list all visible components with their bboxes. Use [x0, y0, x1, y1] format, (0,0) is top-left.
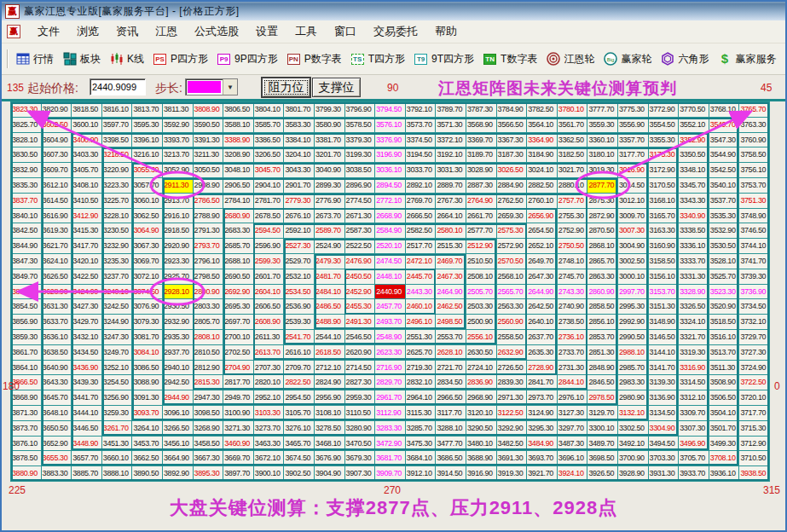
grid-cell[interactable]: 3578.50 [345, 118, 375, 132]
grid-cell[interactable]: 3595.30 [132, 118, 162, 132]
grid-cell[interactable]: 2599.30 [254, 254, 284, 269]
grid-cell[interactable]: 2587.30 [345, 223, 375, 238]
grid-cell[interactable]: 3638.50 [42, 345, 72, 360]
grid-cell[interactable]: 2692.90 [223, 285, 253, 299]
grid-cell[interactable]: 3060.10 [132, 194, 162, 208]
grid-cell[interactable]: 2824.90 [315, 375, 344, 390]
grid-cell[interactable]: 3849.70 [11, 269, 41, 284]
grid-cell[interactable]: 2827.30 [345, 375, 375, 390]
combobox-dropdown-button[interactable]: ▼ [223, 79, 237, 95]
grid-cell[interactable]: 2448.10 [375, 269, 405, 284]
grid-cell[interactable]: 2690.50 [223, 269, 253, 284]
grid-cell[interactable]: 2455.30 [345, 299, 375, 314]
grid-cell[interactable]: 2515.30 [436, 239, 466, 253]
grid-cell[interactable]: 3393.70 [163, 133, 193, 147]
grid-cell[interactable]: 2613.70 [254, 345, 284, 360]
grid-cell[interactable]: 3045.70 [254, 163, 284, 177]
grid-cell[interactable]: 3000.10 [618, 269, 648, 284]
grid-cell[interactable]: 3628.90 [42, 285, 72, 299]
grid-cell[interactable]: 3724.90 [739, 361, 769, 375]
grid-cell[interactable]: 3434.50 [72, 345, 101, 360]
grid-cell[interactable]: 3196.90 [375, 147, 405, 162]
grid-cell[interactable]: 2832.10 [406, 375, 436, 390]
grid-cell[interactable]: 3604.90 [42, 133, 72, 147]
grid-cell[interactable]: 3062.50 [132, 209, 162, 223]
grid-cell[interactable]: 3576.10 [375, 118, 405, 132]
grid-cell[interactable]: 3033.70 [406, 163, 436, 177]
grid-cell[interactable]: 3542.50 [709, 163, 739, 177]
grid-cell[interactable]: 3475.30 [406, 437, 436, 451]
grid-cell[interactable]: 2738.50 [558, 315, 587, 329]
grid-cell[interactable]: 3933.70 [679, 466, 709, 481]
grid-cell[interactable]: 2860.90 [587, 285, 617, 299]
grid-cell[interactable]: 3456.10 [163, 437, 193, 451]
grid-cell[interactable]: 2769.70 [406, 194, 436, 208]
grid-cell[interactable]: 3556.90 [618, 118, 648, 132]
grid-cell[interactable]: 3446.50 [72, 421, 101, 436]
grid-cell[interactable]: 2733.70 [558, 345, 587, 360]
grid-cell[interactable]: 2702.50 [223, 345, 253, 360]
grid-cell[interactable]: 2884.90 [497, 178, 527, 193]
grid-cell[interactable]: 3206.50 [254, 147, 284, 162]
grid-cell[interactable]: 3266.50 [163, 421, 193, 436]
grid-cell-key-level[interactable]: 2877.70 [587, 178, 617, 193]
grid-cell[interactable]: 3794.50 [375, 102, 405, 117]
grid-cell[interactable]: 3108.10 [315, 406, 344, 420]
grid-cell[interactable]: 3470.50 [345, 437, 375, 451]
grid-cell[interactable]: 3693.70 [527, 451, 557, 466]
grid-cell[interactable]: 3482.50 [497, 437, 527, 451]
grid-cell[interactable]: 2856.10 [587, 315, 617, 329]
grid-cell[interactable]: 2820.10 [254, 375, 284, 390]
grid-cell[interactable]: 2829.70 [375, 375, 405, 390]
grid-cell[interactable]: 3463.30 [254, 437, 284, 451]
grid-cell[interactable]: 3379.30 [345, 133, 375, 147]
grid-cell[interactable]: 3535.30 [709, 209, 739, 223]
grid-cell[interactable]: 2618.50 [315, 345, 344, 360]
grid-cell[interactable]: 3564.10 [527, 118, 557, 132]
grid-cell[interactable]: 3823.30 [11, 102, 41, 117]
grid-cell[interactable]: 3679.30 [345, 451, 375, 466]
grid-cell[interactable]: 3220.90 [102, 163, 132, 177]
grid-cell[interactable]: 3384.10 [284, 133, 314, 147]
grid-cell[interactable]: 3448.90 [72, 437, 101, 451]
grid-cell[interactable]: 3633.70 [42, 315, 72, 329]
grid-cell[interactable]: 2656.90 [527, 209, 557, 223]
grid-cell[interactable]: 2685.70 [223, 239, 253, 253]
grid-cell[interactable]: 2954.50 [284, 390, 314, 405]
grid-cell[interactable]: 3681.70 [375, 451, 405, 466]
grid-cell[interactable]: 3686.50 [436, 451, 466, 466]
grid-cell[interactable]: 2683.30 [223, 223, 253, 238]
grid-cell[interactable]: 2940.10 [163, 361, 193, 375]
grid-cell[interactable]: 2798.50 [194, 269, 223, 284]
grid-cell[interactable]: 3830.50 [11, 147, 41, 162]
grid-cell[interactable]: 3208.90 [223, 147, 253, 162]
grid-cell[interactable]: 3076.90 [132, 299, 162, 314]
grid-cell[interactable]: 3873.70 [11, 421, 41, 436]
grid-cell[interactable]: 3864.10 [11, 361, 41, 375]
grid-cell[interactable]: 3146.50 [649, 330, 679, 344]
grid-cell[interactable]: 2570.50 [497, 254, 527, 269]
grid-cell[interactable]: 3650.50 [42, 421, 72, 436]
grid-cell[interactable]: 3691.30 [497, 451, 527, 466]
grid-cell[interactable]: 3904.90 [315, 466, 344, 481]
grid-cell[interactable]: 2841.70 [527, 375, 557, 390]
grid-cell[interactable]: 3223.30 [102, 178, 132, 193]
grid-cell[interactable]: 3232.90 [102, 239, 132, 253]
grid-cell[interactable]: 3938.50 [739, 466, 769, 481]
grid-cell[interactable]: 2728.90 [527, 361, 557, 375]
grid-cell[interactable]: 2942.50 [163, 375, 193, 390]
grid-cell[interactable]: 2836.90 [466, 375, 496, 390]
grid-cell[interactable]: 3657.70 [72, 451, 101, 466]
grid-cell[interactable]: 2805.70 [194, 315, 223, 329]
grid-cell[interactable]: 3002.50 [618, 254, 648, 269]
grid-cell[interactable]: 2834.50 [436, 375, 466, 390]
grid-cell[interactable]: 3506.50 [709, 390, 739, 405]
grid-cell[interactable]: 3537.70 [709, 194, 739, 208]
grid-cell[interactable]: 3727.30 [739, 345, 769, 360]
grid-cell[interactable]: 3902.50 [284, 466, 314, 481]
grid-cell[interactable]: 3302.50 [618, 421, 648, 436]
grid-cell[interactable]: 2611.30 [254, 330, 284, 344]
grid-cell[interactable]: 3511.30 [709, 361, 739, 375]
grid-cell[interactable]: 2443.30 [406, 285, 436, 299]
toolbar-button-4[interactable]: P99P四方形 [213, 50, 283, 68]
